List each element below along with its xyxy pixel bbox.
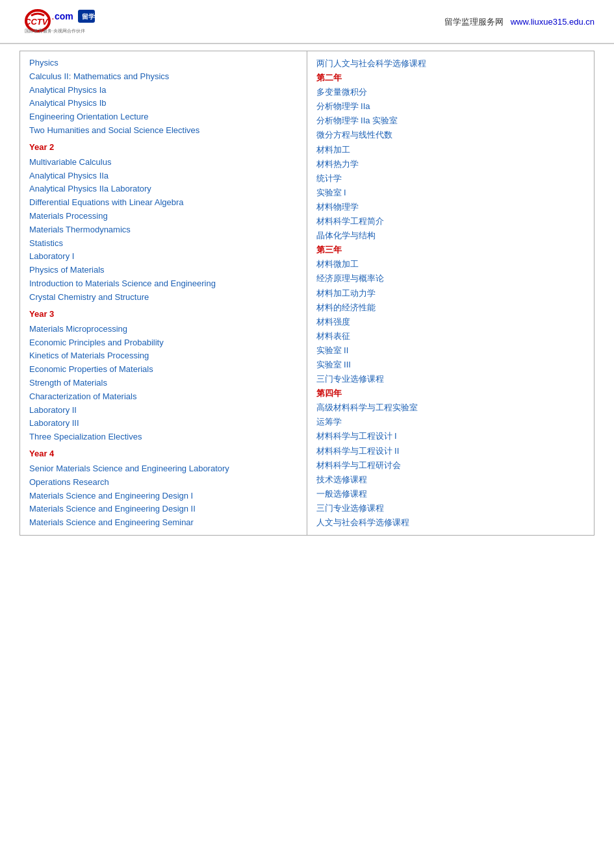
list-item: Kinetics of Materials Processing xyxy=(29,349,298,363)
header-right: 留学监理服务网 www.liuxue315.edu.cn xyxy=(444,16,595,28)
list-item-zh: 三门专业选修课程 xyxy=(316,372,585,386)
list-item: Analytical Physics Ib xyxy=(29,97,298,110)
year-label-zh: 第二年 xyxy=(316,71,585,85)
list-item: Senior Materials Science and Engineering… xyxy=(29,462,298,476)
site-label: 留学监理服务网 xyxy=(444,17,504,27)
list-item-zh: 材料科学工程简介 xyxy=(316,214,585,229)
list-item-zh: 材料科学与工程设计 I xyxy=(316,429,585,443)
logo-area: CCTV . com 留学 国际教育服务·央视网合作伙伴 xyxy=(19,6,97,38)
list-item: Laboratory III xyxy=(29,417,298,430)
list-item: Differential Equations with Linear Algeb… xyxy=(29,196,298,210)
list-item: Economic Principles and Probability xyxy=(29,336,298,350)
list-item-zh: 两门人文与社会科学选修课程 xyxy=(316,56,585,71)
list-item: Calculus II: Mathematics and Physics xyxy=(29,70,298,84)
main-content: PhysicsCalculus II: Mathematics and Phys… xyxy=(19,51,595,536)
list-item-zh: 经济原理与概率论 xyxy=(316,271,585,286)
year-label: Year 2 xyxy=(29,140,298,155)
list-item: Analytical Physics Ia xyxy=(29,84,298,97)
list-item-zh: 材料加工动力学 xyxy=(316,286,585,301)
list-item: Three Specialization Electives xyxy=(29,430,298,444)
year-label: Year 3 xyxy=(29,307,298,321)
list-item-zh: 三门专业选修课程 xyxy=(316,501,585,515)
list-item-zh: 材料表征 xyxy=(316,329,585,343)
list-item: Materials Thermodynamics xyxy=(29,223,298,237)
list-item-zh: 晶体化学与结构 xyxy=(316,229,585,243)
list-item: Engineering Orientation Lecture xyxy=(29,110,298,124)
list-item-zh: 统计学 xyxy=(316,171,585,186)
list-item: Materials Science and Engineering Design… xyxy=(29,490,298,503)
list-item-zh: 高级材料科学与工程实验室 xyxy=(316,401,585,415)
list-item: Materials Processing xyxy=(29,210,298,223)
svg-text:留学: 留学 xyxy=(82,13,95,20)
list-item: Physics of Materials xyxy=(29,264,298,277)
list-item: Introduction to Materials Science and En… xyxy=(29,277,298,291)
list-item: Laboratory I xyxy=(29,250,298,264)
list-item-zh: 运筹学 xyxy=(316,415,585,429)
list-item-zh: 材料的经济性能 xyxy=(316,301,585,315)
list-item-zh: 人文与社会科学选修课程 xyxy=(316,515,585,530)
list-item-zh: 材料强度 xyxy=(316,315,585,329)
list-item-zh: 技术选修课程 xyxy=(316,473,585,487)
left-column: PhysicsCalculus II: Mathematics and Phys… xyxy=(20,51,307,535)
list-item: Laboratory II xyxy=(29,404,298,417)
page-header: CCTV . com 留学 国际教育服务·央视网合作伙伴 留学监理服务网 www… xyxy=(0,0,614,44)
svg-text:国际教育服务·央视网合作伙伴: 国际教育服务·央视网合作伙伴 xyxy=(25,28,85,34)
list-item-zh: 材料加工 xyxy=(316,143,585,157)
list-item: Analytical Physics IIa xyxy=(29,169,298,183)
list-item: Analytical Physics IIa Laboratory xyxy=(29,182,298,196)
site-url: www.liuxue315.edu.cn xyxy=(511,17,595,27)
list-item-zh: 材料科学与工程设计 II xyxy=(316,444,585,458)
list-item-zh: 实验室 I xyxy=(316,186,585,200)
svg-text:CCTV: CCTV xyxy=(25,17,49,27)
year-label: Year 4 xyxy=(29,447,298,461)
cctv-logo: CCTV . com 留学 国际教育服务·央视网合作伙伴 xyxy=(19,6,97,38)
list-item: Two Humanities and Social Science Electi… xyxy=(29,124,298,138)
list-item: Operations Research xyxy=(29,476,298,490)
list-item: Multivariable Calculus xyxy=(29,156,298,169)
list-item: Materials Science and Engineering Design… xyxy=(29,502,298,516)
list-item: Materials Science and Engineering Semina… xyxy=(29,516,298,530)
list-item-zh: 一般选修课程 xyxy=(316,487,585,501)
list-item-zh: 实验室 III xyxy=(316,358,585,372)
list-item: Characterization of Materials xyxy=(29,390,298,404)
list-item-zh: 分析物理学 IIa xyxy=(316,99,585,114)
year-label-zh: 第四年 xyxy=(316,386,585,401)
list-item-zh: 材料物理学 xyxy=(316,200,585,214)
list-item-zh: 分析物理学 IIa 实验室 xyxy=(316,114,585,128)
list-item-zh: 材料科学与工程研讨会 xyxy=(316,458,585,473)
list-item: Strength of Materials xyxy=(29,377,298,390)
right-column: 两门人文与社会科学选修课程第二年多变量微积分分析物理学 IIa分析物理学 IIa… xyxy=(307,51,595,535)
svg-text:com: com xyxy=(55,11,73,21)
list-item: Economic Properties of Materials xyxy=(29,363,298,377)
list-item: Materials Microprocessing xyxy=(29,323,298,336)
list-item-zh: 材料热力学 xyxy=(316,157,585,171)
list-item-zh: 实验室 II xyxy=(316,343,585,358)
list-item: Physics xyxy=(29,56,298,70)
list-item: Statistics xyxy=(29,237,298,251)
year-label-zh: 第三年 xyxy=(316,243,585,257)
logo-svg: CCTV . com 留学 国际教育服务·央视网合作伙伴 xyxy=(19,6,97,36)
list-item: Crystal Chemistry and Structure xyxy=(29,291,298,304)
list-item-zh: 材料微加工 xyxy=(316,257,585,271)
list-item-zh: 微分方程与线性代数 xyxy=(316,128,585,142)
list-item-zh: 多变量微积分 xyxy=(316,85,585,99)
svg-text:.: . xyxy=(52,14,54,21)
